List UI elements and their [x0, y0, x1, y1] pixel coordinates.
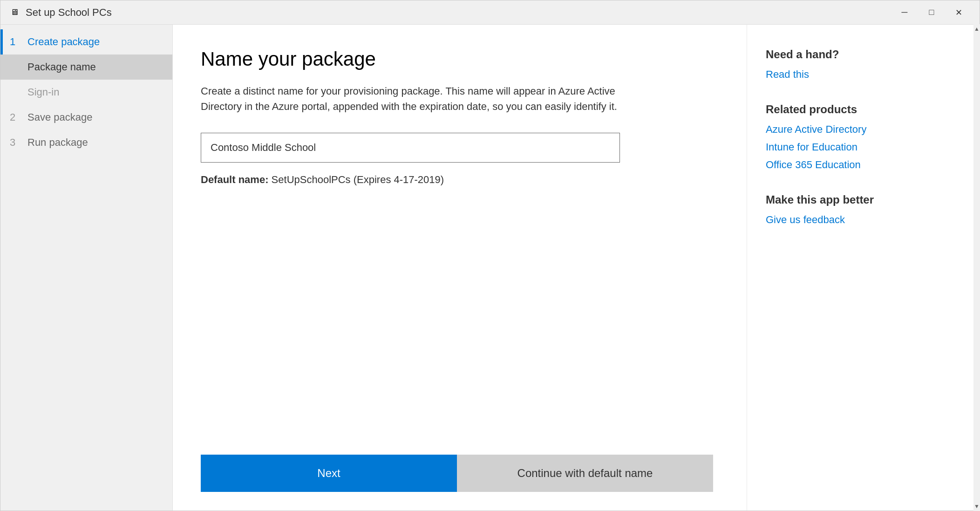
package-name-input[interactable] — [201, 133, 620, 163]
azure-ad-link[interactable]: Azure Active Directory — [766, 123, 961, 136]
maximize-button[interactable]: □ — [918, 0, 945, 25]
app-window: 🖥 Set up School PCs ─ □ ✕ 1 Create packa… — [0, 0, 980, 511]
right-panel: Need a hand? Read this Related products … — [747, 25, 980, 511]
step-1-number: 1 — [10, 36, 21, 48]
main-panel: Name your package Create a distinct name… — [173, 25, 747, 511]
sidebar-item-sign-in[interactable]: Sign-in — [0, 80, 172, 105]
feedback-heading: Make this app better — [766, 193, 961, 206]
step-2-number: 2 — [10, 111, 21, 123]
scroll-down-arrow[interactable]: ▼ — [973, 502, 980, 511]
continue-default-button[interactable]: Continue with default name — [457, 455, 713, 492]
close-button[interactable]: ✕ — [945, 0, 972, 25]
scroll-up-arrow[interactable]: ▲ — [973, 24, 980, 34]
step-2-label: Save package — [27, 111, 92, 123]
title-bar: 🖥 Set up School PCs ─ □ ✕ — [0, 0, 980, 25]
feedback-section: Make this app better Give us feedback — [766, 193, 961, 226]
window-title: Set up School PCs — [26, 7, 891, 19]
button-row: Next Continue with default name — [201, 436, 719, 492]
intune-link[interactable]: Intune for Education — [766, 141, 961, 153]
sidebar: 1 Create package Package name Sign-in 2 … — [0, 25, 173, 511]
sidebar-step-2[interactable]: 2 Save package — [0, 105, 172, 130]
step-3-number: 3 — [10, 136, 21, 149]
feedback-link[interactable]: Give us feedback — [766, 214, 961, 226]
default-name-value: SetUpSchoolPCs (Expires 4-17-2019) — [272, 174, 444, 185]
help-section: Need a hand? Read this — [766, 48, 961, 81]
content-area: 1 Create package Package name Sign-in 2 … — [0, 25, 980, 511]
sidebar-step-1[interactable]: 1 Create package — [0, 29, 172, 55]
minimize-button[interactable]: ─ — [891, 0, 918, 25]
app-icon: 🖥 — [8, 6, 21, 19]
read-this-link[interactable]: Read this — [766, 68, 961, 81]
active-indicator — [0, 29, 3, 55]
description-text: Create a distinct name for your provisio… — [201, 83, 620, 114]
next-button[interactable]: Next — [201, 455, 457, 492]
default-name-line: Default name: SetUpSchoolPCs (Expires 4-… — [201, 174, 719, 186]
window-controls: ─ □ ✕ — [891, 0, 972, 25]
sidebar-item-package-name[interactable]: Package name — [0, 55, 172, 80]
default-name-label: Default name: — [201, 174, 268, 185]
related-heading: Related products — [766, 103, 961, 116]
step-3-label: Run package — [27, 136, 88, 149]
related-section: Related products Azure Active Directory … — [766, 103, 961, 171]
step-1-label: Create package — [27, 36, 100, 48]
window-scrollbar[interactable]: ▲ ▼ — [973, 24, 980, 511]
scroll-track — [973, 34, 980, 502]
help-heading: Need a hand? — [766, 48, 961, 61]
office365-link[interactable]: Office 365 Education — [766, 159, 961, 171]
sidebar-step-3[interactable]: 3 Run package — [0, 130, 172, 155]
page-title: Name your package — [201, 48, 719, 70]
